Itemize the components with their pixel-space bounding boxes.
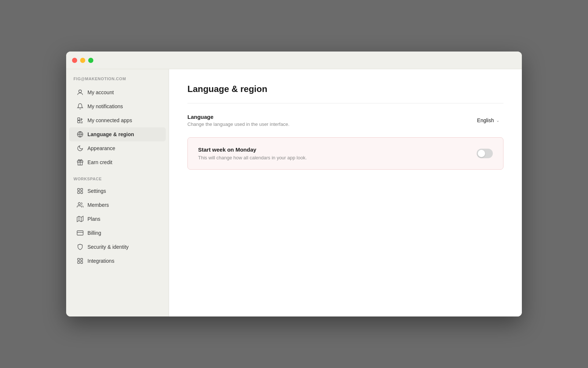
divider (187, 103, 503, 103)
my-notifications-icon (76, 103, 84, 110)
svg-rect-4 (78, 121, 80, 123)
start-week-toggle[interactable] (477, 149, 493, 158)
sidebar-item-my-notifications[interactable]: My notifications (69, 99, 166, 113)
svg-rect-20 (81, 258, 83, 260)
svg-marker-14 (77, 216, 83, 222)
sidebar-item-members[interactable]: Members (69, 198, 166, 212)
security-identity-icon (76, 243, 84, 251)
workspace-nav: SettingsMembersPlansBillingSecurity & id… (66, 184, 169, 268)
sidebar-label-appearance: Appearance (87, 145, 115, 151)
sidebar-label-my-notifications: My notifications (87, 103, 123, 109)
svg-point-2 (81, 90, 82, 91)
sidebar-label-earn-credit: Earn credit (87, 159, 112, 165)
plans-icon (76, 215, 84, 223)
workspace-section-label: WORKSPACE (66, 169, 169, 184)
toggle-title: Start week on Monday (198, 146, 307, 153)
svg-rect-3 (78, 118, 80, 120)
sidebar-item-plans[interactable]: Plans (69, 212, 166, 226)
svg-rect-17 (77, 231, 83, 235)
minimize-button[interactable] (80, 58, 85, 63)
sidebar-item-language-region[interactable]: Language & region (69, 127, 166, 141)
svg-rect-22 (81, 262, 83, 263)
personal-nav: My accountMy notificationsMy connected a… (66, 85, 169, 169)
svg-rect-11 (78, 192, 79, 194)
language-label: Language (187, 114, 290, 120)
language-description: Change the language used in the user int… (187, 121, 290, 127)
sidebar-item-appearance[interactable]: Appearance (69, 141, 166, 155)
toggle-description: This will change how all calendars in yo… (198, 155, 307, 160)
sidebar-item-security-identity[interactable]: Security & identity (69, 240, 166, 254)
my-connected-apps-icon (76, 117, 84, 124)
language-dropdown[interactable]: English ⌄ (473, 115, 503, 126)
sidebar-item-my-connected-apps[interactable]: My connected apps (69, 113, 166, 127)
content-area: FIG@MAKENOTION.COM My accountMy notifica… (66, 69, 522, 316)
sidebar-item-integrations[interactable]: Integrations (69, 254, 166, 268)
titlebar (66, 52, 522, 69)
appearance-icon (76, 145, 84, 152)
sidebar-label-my-connected-apps: My connected apps (87, 117, 132, 123)
sidebar-label-members: Members (87, 202, 109, 208)
svg-rect-21 (78, 262, 79, 263)
svg-rect-12 (81, 192, 83, 194)
sidebar-label-integrations: Integrations (87, 258, 114, 264)
sidebar-label-settings: Settings (87, 188, 106, 194)
sidebar: FIG@MAKENOTION.COM My accountMy notifica… (66, 69, 169, 316)
start-week-card: Start week on Monday This will change ho… (187, 137, 503, 170)
svg-rect-19 (78, 258, 79, 260)
app-window: FIG@MAKENOTION.COM My accountMy notifica… (66, 52, 522, 316)
earn-credit-icon (76, 159, 84, 166)
sidebar-item-billing[interactable]: Billing (69, 226, 166, 240)
main-content: Language & region Language Change the la… (169, 69, 522, 316)
members-icon (76, 201, 84, 209)
svg-rect-9 (78, 188, 79, 190)
language-setting-row: Language Change the language used in the… (187, 114, 503, 127)
sidebar-label-billing: Billing (87, 230, 101, 236)
language-region-icon (76, 131, 84, 138)
maximize-button[interactable] (88, 58, 93, 63)
sidebar-item-my-account[interactable]: My account (69, 85, 166, 99)
language-value: English (477, 117, 494, 123)
language-setting-left: Language Change the language used in the… (187, 114, 290, 127)
toggle-card-content: Start week on Monday This will change ho… (198, 146, 307, 160)
sidebar-label-my-account: My account (87, 89, 114, 95)
sidebar-label-security-identity: Security & identity (87, 244, 129, 250)
sidebar-label-language-region: Language & region (87, 131, 134, 137)
settings-icon (76, 187, 84, 195)
my-account-icon (76, 89, 84, 96)
svg-point-13 (78, 202, 80, 205)
sidebar-label-plans: Plans (87, 216, 100, 222)
chevron-down-icon: ⌄ (496, 118, 499, 123)
svg-rect-10 (81, 188, 83, 190)
sidebar-item-settings[interactable]: Settings (69, 184, 166, 198)
page-title: Language & region (187, 84, 503, 94)
sidebar-item-earn-credit[interactable]: Earn credit (69, 155, 166, 169)
integrations-icon (76, 257, 84, 265)
svg-point-1 (79, 90, 80, 91)
close-button[interactable] (72, 58, 77, 63)
sidebar-email: FIG@MAKENOTION.COM (66, 77, 169, 85)
billing-icon (76, 229, 84, 237)
